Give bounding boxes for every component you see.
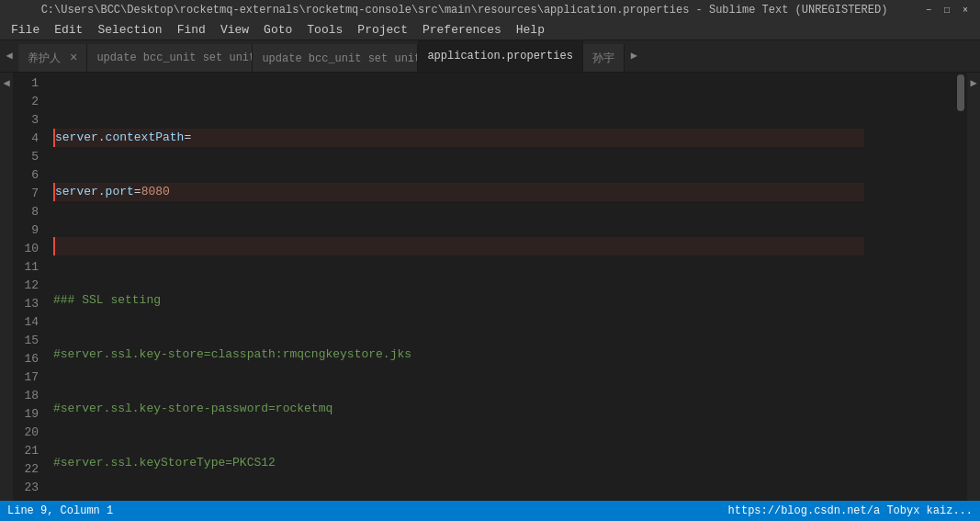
line-num-4: 4: [13, 130, 39, 148]
line-num-13: 13: [13, 295, 39, 313]
tab-scroll-left[interactable]: ◀: [0, 40, 18, 72]
minimap: server.contextPath= server.port=8080 ###…: [872, 73, 954, 501]
code-content[interactable]: server.contextPath= server.port=8080 ###…: [46, 73, 872, 501]
window-controls: − □ ×: [921, 3, 973, 17]
close-button[interactable]: ×: [958, 3, 973, 17]
main-area: ◀ 1 2 3 4 5 6 7 8 9 10 11 12 13 14 15 16…: [0, 73, 980, 501]
line-num-14: 14: [13, 313, 39, 332]
menu-project[interactable]: Project: [350, 20, 415, 40]
tab-label: update bcc_unit set unit_contacts='孙宇', …: [262, 51, 418, 66]
menu-find[interactable]: Find: [170, 20, 213, 40]
line-num-8: 8: [13, 203, 39, 221]
code-key-1: server.contextPath: [55, 129, 184, 147]
right-gutter-arrow[interactable]: ▶: [970, 76, 976, 90]
status-bar: Line 9, Column 1 https://blog.csdn.net/a…: [0, 501, 980, 521]
cursor-position: Line 9, Column 1: [7, 504, 113, 517]
line-num-17: 17: [13, 368, 39, 387]
line-num-21: 21: [13, 442, 39, 460]
tab-close-yanghu[interactable]: ×: [70, 51, 77, 65]
tab-label: application.properties: [427, 50, 572, 62]
line-numbers: 1 2 3 4 5 6 7 8 9 10 11 12 13 14 15 16 1…: [13, 73, 46, 501]
line-num-9: 9: [13, 221, 39, 240]
tab-bar: ◀ 养护人 × update bcc_unit set unit_contact…: [0, 40, 980, 73]
tab-update2[interactable]: update bcc_unit set unit_contacts='孙宇', …: [253, 44, 418, 72]
menu-bar: File Edit Selection Find View Goto Tools…: [0, 20, 980, 40]
code-line-1: server.contextPath=: [53, 129, 864, 147]
line-num-12: 12: [13, 277, 39, 295]
menu-selection[interactable]: Selection: [90, 20, 169, 40]
line-num-10: 10: [13, 240, 39, 258]
right-gutter: ▶: [967, 73, 980, 501]
line-num-11: 11: [13, 258, 39, 277]
status-right: https://blog.csdn.net/a Tobyx kaiz...: [728, 504, 973, 517]
code-line-6: #server.ssl.key-store-password=rocketmq: [53, 400, 864, 418]
line-num-2: 2: [13, 93, 39, 111]
minimize-button[interactable]: −: [921, 3, 936, 17]
tab-sunyu[interactable]: 孙宇: [583, 44, 625, 72]
line-num-18: 18: [13, 387, 39, 405]
line-num-7: 7: [13, 185, 39, 203]
scrollbar-thumb[interactable]: [957, 74, 964, 111]
line-num-24: 24: [13, 497, 39, 501]
tab-scroll-right[interactable]: ▶: [625, 40, 643, 72]
line-num-5: 5: [13, 148, 39, 166]
line-num-22: 22: [13, 460, 39, 479]
line-num-3: 3: [13, 111, 39, 130]
tab-yanghu[interactable]: 养护人 ×: [18, 44, 87, 72]
tab-label: 孙宇: [592, 51, 614, 66]
code-line-3: [53, 237, 864, 255]
line-num-16: 16: [13, 350, 39, 368]
line-num-19: 19: [13, 405, 39, 424]
maximize-button[interactable]: □: [940, 3, 954, 17]
code-line-7: #server.ssl.keyStoreType=PKCS12: [53, 454, 864, 472]
status-url: https://blog.csdn.net/a Tobyx kaiz...: [728, 504, 973, 517]
code-key-2: server.port: [55, 183, 134, 201]
code-line-4: ### SSL setting: [53, 291, 864, 310]
line-num-15: 15: [13, 332, 39, 350]
line-num-6: 6: [13, 166, 39, 185]
line-num-23: 23: [13, 479, 39, 497]
menu-edit[interactable]: Edit: [47, 20, 90, 40]
line-num-1: 1: [13, 74, 39, 93]
menu-view[interactable]: View: [213, 20, 256, 40]
title-text: C:\Users\BCC\Desktop\rocketmq-externals\…: [7, 4, 921, 17]
gutter-arrow-left[interactable]: ◀: [3, 76, 9, 90]
tab-label: update bcc_unit set unit_contacts=" and …: [96, 51, 253, 64]
scrollbar[interactable]: [954, 73, 967, 501]
code-line-2: server.port=8080: [53, 183, 864, 201]
menu-tools[interactable]: Tools: [299, 20, 350, 40]
status-left: Line 9, Column 1: [7, 504, 113, 517]
menu-goto[interactable]: Goto: [256, 20, 299, 40]
editor[interactable]: 1 2 3 4 5 6 7 8 9 10 11 12 13 14 15 16 1…: [13, 73, 967, 501]
menu-help[interactable]: Help: [509, 20, 552, 40]
tab-label: 养护人: [28, 51, 61, 66]
code-line-5: #server.ssl.key-store=classpath:rmqcngke…: [53, 345, 864, 364]
menu-preferences[interactable]: Preferences: [415, 20, 509, 40]
title-bar: C:\Users\BCC\Desktop\rocketmq-externals\…: [0, 0, 980, 20]
menu-file[interactable]: File: [4, 20, 47, 40]
line-num-20: 20: [13, 424, 39, 442]
tab-update1[interactable]: update bcc_unit set unit_contacts=" and …: [87, 44, 253, 72]
tab-application-properties[interactable]: application.properties ×: [418, 40, 583, 72]
sidebar-gutter: ◀: [0, 73, 13, 501]
